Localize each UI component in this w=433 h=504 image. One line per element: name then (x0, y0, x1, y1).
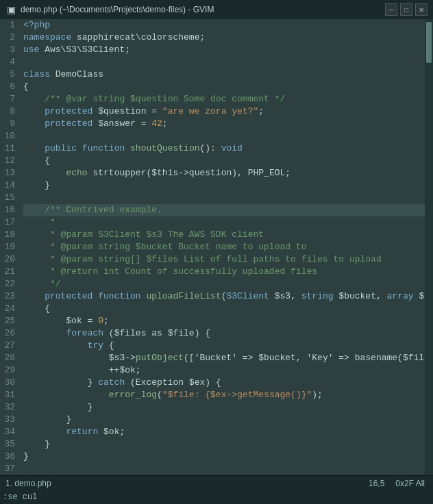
token-plain: $s3, (269, 291, 301, 301)
command-line[interactable]: :se cul (0, 490, 433, 504)
token-plain: } (23, 402, 92, 412)
code-line: use Aws\S3\S3Client; (23, 44, 425, 56)
token-kw2: string (301, 291, 334, 301)
code-line: { (23, 155, 425, 167)
token-plain: ; (162, 118, 168, 129)
code-line: class DemoClass (23, 68, 425, 81)
token-str: "are we zora yet?" (162, 106, 258, 116)
token-kw: return (66, 427, 98, 437)
statusbar: 1. demo.php 16,5 0x2F All (0, 475, 433, 490)
code-line: } (23, 438, 425, 451)
token-kw: protected (23, 106, 92, 116)
line-number: 27 (1, 340, 15, 352)
token-plain: } (23, 451, 29, 462)
token-kw: namespace (23, 32, 71, 42)
token-kw: use (23, 45, 39, 55)
line-number: 9 (1, 118, 15, 130)
token-kw: protected (23, 291, 92, 301)
token-str: "$file: {$ex->getMessage()}" (162, 390, 312, 400)
token-plain: { (103, 340, 114, 351)
token-plain: strtoupper($this->question), PHP_EOL; (88, 168, 290, 178)
code-line: * @param string[] $files List of full pa… (23, 253, 425, 266)
line-number: 22 (1, 278, 15, 290)
token-plain: $s3-> (23, 353, 136, 363)
code-line: * @param S3Client $s3 The AWS SDK client (23, 229, 425, 241)
code-line (23, 56, 425, 68)
token-cmt: * @param string $bucket Bucket name to u… (23, 242, 306, 252)
token-plain: $ok; (98, 427, 125, 437)
code-line: protected function uploadFileList(S3Clie… (23, 290, 425, 303)
token-cmt: /** @var string $question Some doc comme… (23, 94, 285, 104)
line-number: 28 (1, 352, 15, 364)
token-plain: $files): in (414, 291, 425, 301)
code-line: echo strtoupper($this->question), PHP_EO… (23, 167, 425, 179)
code-line: { (23, 81, 425, 93)
minimize-button[interactable]: ─ (385, 3, 397, 16)
line-number: 8 (1, 105, 15, 118)
line-number: 36 (1, 451, 15, 463)
token-kw: catch (98, 377, 125, 388)
token-plain: Bucket (199, 353, 232, 363)
token-cmt: */ (23, 279, 61, 289)
code-line (23, 130, 425, 142)
command-text: :se cul (3, 492, 37, 502)
token-cmt: /** Contrived example. (23, 205, 162, 215)
token-plain: ( (221, 291, 227, 301)
token-kw: class (23, 69, 50, 79)
code-line: $s3->putObject(['Bucket' => $bucket, 'Ke… (23, 352, 425, 364)
token-plain: ' => $bucket, ' (232, 353, 312, 363)
code-line: * @return int Count of successfully uplo… (23, 266, 425, 278)
token-cmt: * @param S3Client $s3 The AWS SDK client (23, 229, 264, 240)
token-kw: try (88, 340, 103, 351)
token-plain: ; (103, 316, 109, 326)
line-number: 3 (1, 44, 15, 56)
titlebar-controls[interactable]: ─ □ ✕ (385, 3, 428, 16)
line-number: 23 (1, 290, 15, 303)
token-plain: $question = (92, 106, 162, 116)
status-right: 16,5 0x2F All (360, 479, 433, 488)
token-kw: protected (23, 118, 92, 129)
token-plain: ; (258, 106, 264, 116)
token-fn: error_log (109, 390, 157, 400)
token-kw: <?php (23, 20, 50, 30)
code-line: } (23, 401, 425, 414)
code-line: return $ok; (23, 426, 425, 438)
code-line (23, 192, 425, 204)
code-line: * (23, 216, 425, 229)
token-kw2: array (387, 291, 414, 301)
token-num: 42 (151, 118, 162, 129)
token-plain: ( (157, 390, 162, 400)
token-plain: $answer = (92, 118, 151, 129)
token-plain: $ok = (23, 316, 98, 326)
token-plain: DemoClass (50, 69, 103, 79)
close-button[interactable]: ✕ (415, 3, 428, 16)
line-number: 16 (1, 204, 15, 216)
code-line: <?php (23, 19, 425, 32)
line-number: 6 (1, 81, 15, 93)
line-number: 1 (1, 19, 15, 32)
scrollbar[interactable] (425, 19, 433, 475)
token-fn: putObject (136, 353, 184, 363)
line-number: 34 (1, 426, 15, 438)
titlebar-title: demo.php (~\Documents\Projects\demo-file… (21, 5, 214, 14)
maximize-button[interactable]: □ (400, 3, 412, 16)
status-filename: 1. demo.php (0, 479, 360, 488)
line-number: 19 (1, 241, 15, 253)
token-plain: ); (312, 390, 323, 400)
code-area[interactable]: <?phpnamespace sapphirecat\colorscheme;u… (19, 19, 425, 475)
line-number: 20 (1, 253, 15, 266)
line-number: 14 (1, 179, 15, 192)
line-number: 2 (1, 32, 15, 44)
line-number: 4 (1, 56, 15, 68)
token-plain: Key (312, 353, 327, 363)
line-number: 35 (1, 438, 15, 451)
token-plain (125, 143, 130, 153)
code-line: ++$ok; (23, 364, 425, 377)
titlebar: ▣ demo.php (~\Documents\Projects\demo-fi… (0, 0, 433, 19)
line-number: 15 (1, 192, 15, 204)
scrollbar-thumb[interactable] (426, 22, 432, 63)
token-plain (23, 427, 66, 437)
token-fn: shoutQuestion (130, 143, 199, 153)
line-number: 33 (1, 414, 15, 426)
token-fn: uploadFileList (146, 291, 221, 301)
